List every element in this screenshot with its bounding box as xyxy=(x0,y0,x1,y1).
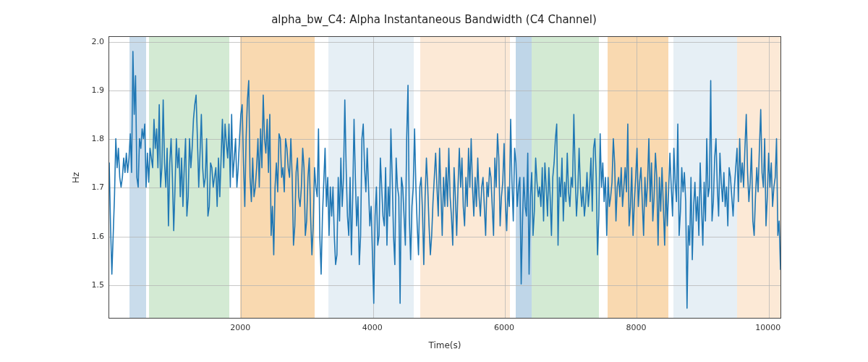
y-tick-label: 1.5 xyxy=(61,279,104,289)
x-tick-label: 8000 xyxy=(614,323,658,332)
plot-area xyxy=(109,36,781,319)
line-series xyxy=(109,37,780,318)
x-tick-label: 10000 xyxy=(746,323,790,332)
y-tick-label: 2.0 xyxy=(61,36,104,46)
x-tick-label: 6000 xyxy=(482,323,526,332)
y-tick-label: 1.6 xyxy=(61,231,104,240)
x-tick-label: 4000 xyxy=(351,323,394,332)
y-tick-label: 1.9 xyxy=(61,85,104,94)
x-axis-label: Time(s) xyxy=(109,340,781,350)
figure: alpha_bw_C4: Alpha Instantaneous Bandwid… xyxy=(0,0,868,362)
chart-title: alpha_bw_C4: Alpha Instantaneous Bandwid… xyxy=(0,13,868,26)
y-tick-label: 1.7 xyxy=(61,182,104,192)
line-path xyxy=(109,51,780,308)
y-axis-label: Hz xyxy=(71,36,81,319)
x-tick-label: 2000 xyxy=(218,323,262,332)
y-tick-label: 1.8 xyxy=(61,134,104,143)
